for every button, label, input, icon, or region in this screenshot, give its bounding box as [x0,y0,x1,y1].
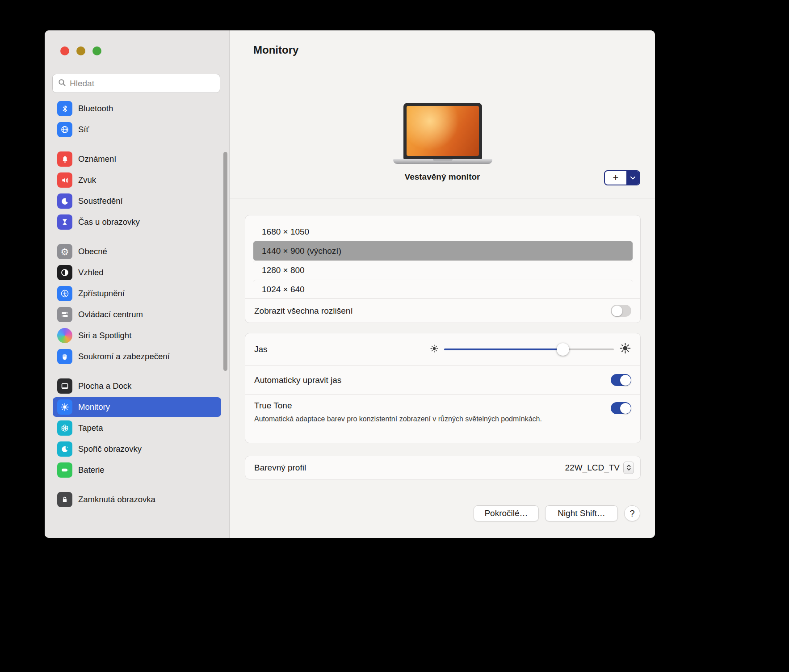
brightness-knob[interactable] [557,343,569,356]
sidebar-item-label: Monitory [78,402,110,412]
brightness-label: Jas [254,344,268,354]
add-display-button[interactable]: + [604,170,640,185]
globe-icon [57,122,72,137]
brightness-fill [444,349,563,350]
desktop-dock-icon [57,378,72,394]
true-tone-label: True Tone [254,401,631,411]
sidebar-item-label: Spořič obrazovky [78,444,142,454]
auto-brightness-label: Automaticky upravit jas [254,375,341,385]
toggle-knob [620,375,631,386]
sidebar-item-label: Bluetooth [78,104,113,113]
sidebar-scrollbar[interactable] [223,152,227,371]
search-icon [58,79,66,88]
search-placeholder: Hledat [70,79,94,88]
wallpaper-icon [57,420,72,436]
bluetooth-icon [57,101,72,116]
minimize-button[interactable] [76,46,85,55]
section-divider [230,198,655,198]
resolution-option[interactable]: 1680 × 1050 [253,222,633,241]
show-all-resolutions-label: Zobrazit všechna rozlišení [254,306,353,316]
plus-icon[interactable]: + [605,171,626,185]
true-tone-description: Automatická adaptace barev pro konzisten… [254,414,580,425]
sidebar-item-bluetooth[interactable]: Bluetooth [53,99,221,118]
toggle-knob [612,306,622,316]
sidebar-item-label: Síť [78,125,89,134]
brightness-slider-group [430,342,631,357]
resolution-panel: 1680 × 1050 1440 × 900 (výchozí) 1280 × … [245,215,641,323]
true-tone-toggle[interactable] [611,402,631,414]
sidebar-item-label: Plocha a Dock [78,381,131,391]
help-button[interactable]: ? [624,505,640,521]
sidebar-item-label: Soukromí a zabezpečení [78,352,170,361]
lock-icon [57,492,72,507]
advanced-button[interactable]: Pokročilé… [474,505,539,521]
sidebar-item-label: Siri a Spotlight [78,331,131,340]
sidebar-item-accessibility[interactable]: Zpřístupnění [53,284,221,303]
sidebar-list: Bluetooth Síť Oznámení [45,97,229,519]
resolution-option[interactable]: 1280 × 800 [253,260,633,280]
show-all-resolutions-row: Zobrazit všechna rozlišení [245,298,640,323]
sidebar-item-siri-spotlight[interactable]: Siri a Spotlight [53,326,221,345]
color-profile-value: 22W_LCD_TV [565,463,620,473]
chevron-down-icon[interactable] [626,171,639,185]
sidebar-item-label: Oznámení [78,154,116,164]
close-button[interactable] [60,46,69,55]
brightness-panel: Jas Automaticky upravit jas [245,333,641,443]
sidebar-item-battery[interactable]: Baterie [53,460,221,480]
speaker-icon [57,172,72,188]
sidebar-item-label: Zpřístupnění [78,289,125,298]
sidebar-item-sound[interactable]: Zvuk [53,170,221,190]
auto-brightness-toggle[interactable] [611,374,631,386]
macbook-illustration [403,103,482,164]
brightness-slider[interactable] [444,349,614,350]
macbook-screen [403,103,482,159]
battery-icon [57,462,72,478]
sidebar-item-screen-time[interactable]: Čas u obrazovky [53,212,221,232]
sidebar-item-label: Tapeta [78,423,103,433]
moon-icon [57,193,72,209]
page-title: Monitory [253,44,298,56]
search-input[interactable]: Hledat [52,74,220,93]
color-profile-panel: Barevný profil 22W_LCD_TV [245,456,641,479]
toggle-knob [620,403,631,414]
sidebar-item-privacy-security[interactable]: Soukromí a zabezpečení [53,347,221,366]
system-settings-window: Hledat Bluetooth Síť [45,30,655,538]
sidebar-item-wallpaper[interactable]: Tapeta [53,418,221,438]
resolution-option-selected[interactable]: 1440 × 900 (výchozí) [253,241,633,260]
sidebar-item-label: Čas u obrazovky [78,217,140,227]
sidebar-item-label: Zvuk [78,175,96,185]
main-panel: Monitory Vestavěný monitor + 1680 × 1050… [230,30,655,538]
accessibility-icon [57,286,72,301]
show-all-resolutions-toggle[interactable] [611,305,631,317]
hand-icon [57,349,72,364]
color-profile-label: Barevný profil [254,463,306,473]
appearance-icon [57,265,72,280]
bell-icon [57,151,72,167]
sidebar-item-lock-screen[interactable]: Zamknutá obrazovka [53,490,221,509]
sidebar-item-displays[interactable]: Monitory [53,397,221,417]
sidebar-item-focus[interactable]: Soustředění [53,191,221,211]
auto-brightness-row: Automaticky upravit jas [245,366,640,394]
sidebar-item-label: Zamknutá obrazovka [78,495,155,504]
siri-icon [57,328,72,343]
sidebar-item-label: Ovládací centrum [78,310,143,319]
sidebar-item-control-center[interactable]: Ovládací centrum [53,305,221,324]
sidebar-item-label: Obecné [78,247,107,256]
sidebar-item-notifications[interactable]: Oznámení [53,149,221,169]
sidebar-item-desktop-dock[interactable]: Plocha a Dock [53,376,221,396]
sidebar-item-network[interactable]: Síť [53,120,221,139]
sidebar-item-appearance[interactable]: Vzhled [53,263,221,282]
brightness-high-icon [619,342,631,357]
night-shift-button[interactable]: Night Shift… [545,505,618,521]
brightness-row: Jas [245,333,640,365]
sidebar-item-label: Vzhled [78,268,104,277]
sidebar-item-screensaver[interactable]: Spořič obrazovky [53,439,221,459]
sidebar-item-general[interactable]: ⚙ Obecné [53,242,221,261]
macbook-wallpaper [407,106,479,156]
gear-icon: ⚙ [57,244,72,259]
sidebar-item-label: Baterie [78,465,105,475]
color-profile-stepper[interactable] [623,462,634,474]
resolution-option[interactable]: 1024 × 640 [253,280,633,299]
zoom-button[interactable] [92,46,101,55]
window-controls [60,46,101,55]
